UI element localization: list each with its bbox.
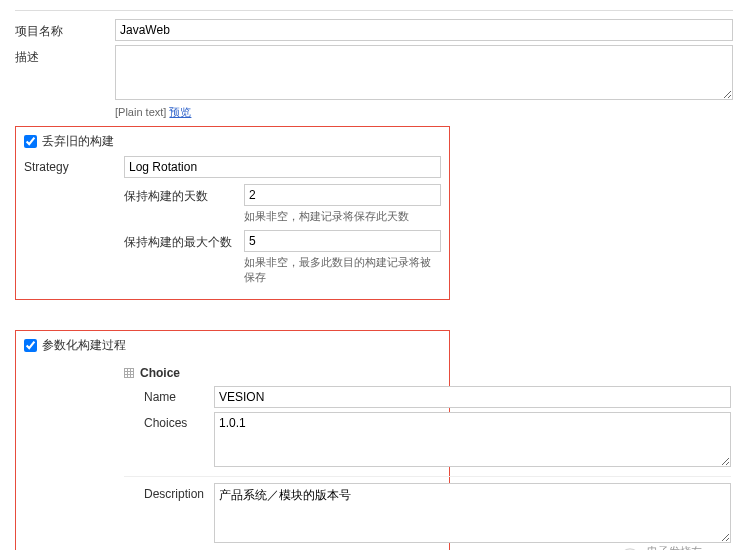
param-choices-label: Choices: [124, 412, 214, 430]
watermark-brand: 电子发烧友: [647, 544, 738, 550]
plain-text-label: [Plain text]: [115, 106, 166, 118]
param-desc-label: Description: [124, 483, 214, 501]
param-desc-textarea[interactable]: [214, 483, 731, 543]
parameterized-build-checkbox[interactable]: [24, 339, 37, 352]
watermark: 电子发烧友 www.elecfans.com: [619, 544, 738, 550]
project-name-label: 项目名称: [15, 19, 115, 40]
project-desc-textarea[interactable]: [115, 45, 733, 100]
days-to-keep-label: 保持构建的天数: [124, 184, 244, 205]
preview-link[interactable]: 预览: [169, 106, 191, 118]
project-name-input[interactable]: [115, 19, 733, 41]
logo-icon: [619, 547, 641, 551]
choice-title: Choice: [140, 366, 180, 380]
project-desc-label: 描述: [15, 45, 115, 66]
max-builds-input[interactable]: [244, 230, 441, 252]
days-to-keep-input[interactable]: [244, 184, 441, 206]
days-to-keep-help: 如果非空，构建记录将保存此天数: [244, 209, 441, 224]
param-choices-textarea[interactable]: [214, 412, 731, 467]
drag-handle-icon[interactable]: [124, 368, 134, 378]
strategy-label: Strategy: [24, 156, 124, 174]
max-builds-help: 如果非空，最多此数目的构建记录将被保存: [244, 255, 441, 285]
parameterized-build-label: 参数化构建过程: [42, 337, 126, 354]
discard-old-builds-label: 丢弃旧的构建: [42, 133, 114, 150]
discard-old-builds-checkbox[interactable]: [24, 135, 37, 148]
max-builds-label: 保持构建的最大个数: [124, 230, 244, 251]
strategy-select[interactable]: [124, 156, 441, 178]
param-name-label: Name: [124, 386, 214, 404]
param-name-input[interactable]: [214, 386, 731, 408]
